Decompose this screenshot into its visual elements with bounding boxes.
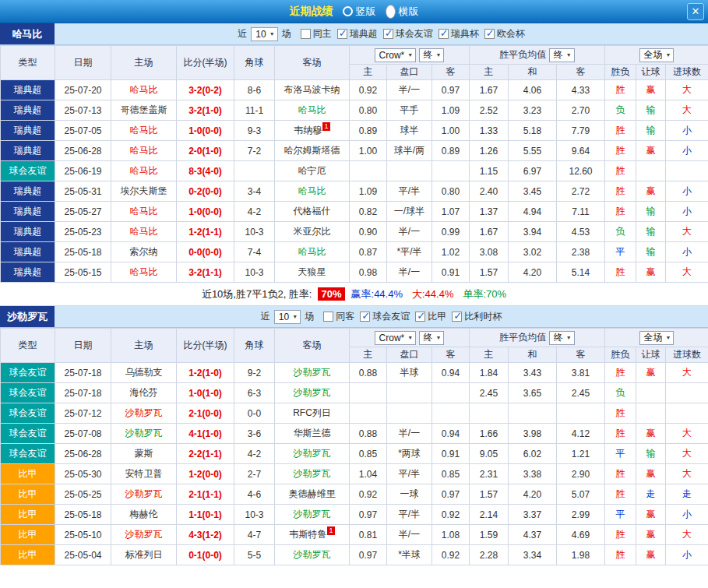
home-team[interactable]: 哥德堡盖斯: [111, 100, 177, 121]
match-date: 25-05-10: [55, 525, 111, 545]
result-goals: 大: [666, 444, 708, 464]
avg-away: 4.53: [557, 222, 605, 242]
home-team[interactable]: 哈马比: [111, 121, 177, 141]
corners: 2-7: [234, 464, 275, 484]
radio-selected-icon[interactable]: [386, 5, 396, 19]
result-goals: 小: [666, 141, 708, 161]
home-team[interactable]: 哈马比: [111, 80, 177, 100]
away-team[interactable]: 米亚尔比: [275, 222, 350, 242]
away-team[interactable]: 哈马比: [275, 100, 350, 121]
odds-controls: Crow*▼ 终▼: [350, 46, 470, 65]
filter-checkbox[interactable]: 比利时杯: [452, 310, 502, 323]
home-team[interactable]: 沙勒罗瓦: [111, 424, 177, 444]
away-team[interactable]: 沙勒罗瓦: [275, 383, 350, 403]
result-handicap: [636, 161, 666, 181]
league-type: 瑞典超: [1, 202, 55, 222]
odds-home: 0.97: [350, 545, 387, 565]
home-team[interactable]: 沙勒罗瓦: [111, 403, 177, 424]
home-team[interactable]: 哈马比: [111, 141, 177, 161]
away-team[interactable]: 哈尔姆斯塔德: [275, 141, 350, 161]
match-count-select[interactable]: 10▼: [274, 310, 301, 324]
odds-final-select[interactable]: 终▼: [419, 48, 445, 62]
away-team[interactable]: 沙勒罗瓦: [275, 444, 350, 464]
bookmaker-select[interactable]: Crow*▼: [375, 48, 417, 62]
home-team[interactable]: 沙勒罗瓦: [111, 525, 177, 545]
avg-away: 5.07: [557, 484, 605, 505]
checkbox-icon[interactable]: [301, 29, 311, 39]
checkbox-icon[interactable]: [439, 29, 449, 39]
away-team[interactable]: 华斯兰德: [275, 424, 350, 444]
scope-select[interactable]: 全场▼: [639, 331, 675, 345]
filter-checkbox[interactable]: 同主: [301, 27, 332, 40]
filter-bar: 近 10▼ 场 同客球会友谊比甲比利时杯: [55, 306, 708, 327]
away-team[interactable]: 沙勒罗瓦: [275, 363, 350, 383]
match-row: 瑞典超25-07-20哈马比3-2(0-2)8-6布洛马波卡纳0.92半/一0.…: [1, 80, 708, 100]
layout-vertical-option[interactable]: 竖版: [343, 5, 376, 19]
away-team[interactable]: 奥德赫维里: [275, 484, 350, 505]
filter-checkbox-group: 同客球会友谊比甲比利时杯: [318, 310, 502, 324]
match-count-select[interactable]: 10▼: [251, 27, 277, 41]
layout-horizontal-option[interactable]: 横版: [386, 5, 419, 19]
checkbox-icon[interactable]: [484, 29, 495, 39]
corners: 3-6: [234, 424, 275, 444]
corners: 5-5: [234, 545, 275, 565]
away-team[interactable]: 沙勒罗瓦: [275, 464, 350, 484]
team-name: 沙勒罗瓦: [0, 306, 55, 327]
away-team[interactable]: RFC列日: [275, 403, 350, 424]
checkbox-icon[interactable]: [323, 312, 333, 322]
home-team[interactable]: 哈马比: [111, 262, 177, 283]
away-team[interactable]: 布洛马波卡纳: [275, 80, 350, 100]
home-team[interactable]: 海伦芬: [111, 383, 177, 403]
away-team[interactable]: 哈马比: [275, 242, 350, 262]
chevron-down-icon: ▼: [407, 335, 413, 340]
home-team[interactable]: 蒙斯: [111, 444, 177, 464]
home-team[interactable]: 埃尔夫斯堡: [111, 181, 177, 202]
match-date: 25-07-18: [55, 363, 111, 383]
chevron-down-icon: ▼: [292, 314, 298, 319]
checkbox-icon[interactable]: [360, 312, 370, 322]
filter-checkbox[interactable]: 球会友谊: [383, 27, 433, 40]
filter-checkbox[interactable]: 比甲: [415, 310, 446, 323]
filter-checkbox[interactable]: 球会友谊: [360, 310, 410, 323]
checkbox-icon[interactable]: [383, 29, 393, 39]
away-team[interactable]: 韦斯特鲁1: [275, 525, 350, 545]
filter-checkbox[interactable]: 同客: [323, 310, 354, 323]
col-type: 类型: [1, 46, 55, 80]
home-team[interactable]: 梅赫伦: [111, 505, 177, 525]
scope-select[interactable]: 全场▼: [639, 48, 675, 62]
away-team[interactable]: 沙勒罗瓦: [275, 505, 350, 525]
corners: 7-2: [234, 141, 275, 161]
home-team[interactable]: 索尔纳: [111, 242, 177, 262]
avg-home: 2.52: [470, 100, 509, 121]
avg-home: 1.66: [470, 424, 509, 444]
checkbox-icon[interactable]: [337, 29, 347, 39]
checkbox-icon[interactable]: [415, 312, 425, 322]
home-team[interactable]: 乌德勒支: [111, 363, 177, 383]
radio-icon[interactable]: [343, 6, 353, 16]
home-team[interactable]: 标准列日: [111, 545, 177, 565]
away-team[interactable]: 韦纳穆1: [275, 121, 350, 141]
filter-checkbox[interactable]: 瑞典超: [337, 27, 378, 40]
close-icon[interactable]: ✕: [687, 3, 704, 20]
filter-checkbox[interactable]: 欧会杯: [484, 27, 525, 40]
home-team[interactable]: 哈马比: [111, 202, 177, 222]
home-team[interactable]: 哈马比: [111, 222, 177, 242]
checkbox-icon[interactable]: [452, 312, 462, 322]
col-odds-away: 客: [432, 65, 470, 80]
away-team[interactable]: 沙勒罗瓦: [275, 545, 350, 565]
home-team[interactable]: 安特卫普: [111, 464, 177, 484]
avg-final-select[interactable]: 终▼: [549, 331, 575, 345]
home-team[interactable]: 哈马比: [111, 161, 177, 181]
avg-final-select[interactable]: 终▼: [549, 48, 575, 62]
filter-checkbox[interactable]: 瑞典杯: [439, 27, 479, 40]
league-type: 球会友谊: [1, 383, 55, 403]
bookmaker-select[interactable]: Crow*▼: [375, 331, 417, 345]
away-team[interactable]: 哈马比: [275, 181, 350, 202]
away-team[interactable]: 天狼星: [275, 262, 350, 283]
home-team[interactable]: 沙勒罗瓦: [111, 484, 177, 505]
odds-final-select[interactable]: 终▼: [419, 331, 445, 345]
result-goals: 小: [666, 121, 708, 141]
away-team[interactable]: 代格福什: [275, 202, 350, 222]
away-team[interactable]: 哈宁厄: [275, 161, 350, 181]
match-row: 球会友谊25-07-12沙勒罗瓦2-1(0-0)0-0RFC列日胜: [1, 403, 708, 424]
